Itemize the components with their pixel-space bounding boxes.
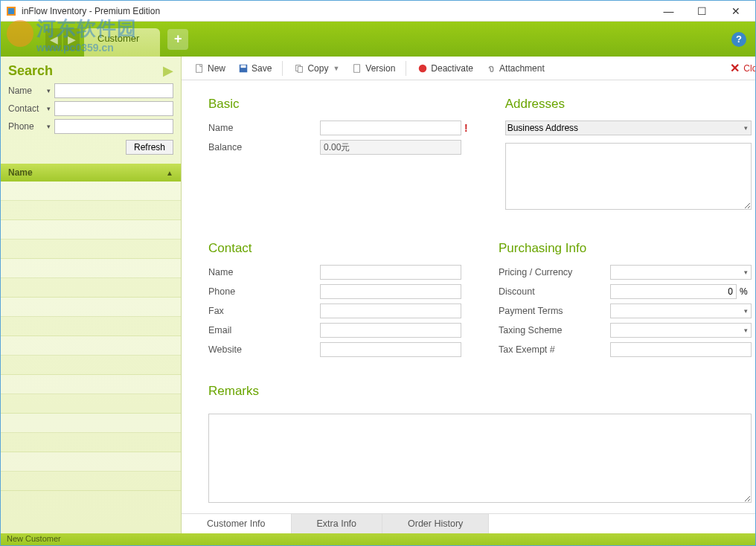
required-icon: !	[464, 122, 468, 134]
grid-header[interactable]: Name ▲	[1, 164, 181, 182]
search-phone-dd[interactable]: ▾	[47, 123, 54, 130]
paperclip-icon	[485, 62, 496, 74]
refresh-button[interactable]: Refresh	[126, 140, 173, 155]
save-button[interactable]: Save	[233, 60, 276, 76]
basic-name-label: Name	[208, 123, 320, 133]
list-item[interactable]	[1, 414, 181, 433]
chevron-down-icon: ▼	[333, 65, 339, 72]
list-item[interactable]	[1, 433, 181, 452]
exempt-label: Tax Exempt #	[499, 344, 610, 355]
tab-order-history[interactable]: Order History	[382, 514, 489, 533]
list-item[interactable]	[1, 298, 181, 317]
list-item[interactable]	[1, 317, 181, 336]
add-custom-fields-link[interactable]: Add Custom Fields	[676, 513, 752, 513]
search-name-dd[interactable]: ▾	[47, 87, 54, 94]
contact-email-label: Email	[208, 325, 320, 335]
version-button[interactable]: Version	[347, 60, 400, 76]
search-phone-label: Phone	[8, 121, 47, 132]
copy-icon	[293, 62, 304, 74]
svg-rect-7	[353, 64, 359, 72]
list-item[interactable]	[1, 220, 181, 240]
contact-website-label: Website	[208, 344, 320, 355]
address-textarea[interactable]	[505, 143, 752, 210]
window-title: inFlow Inventory - Premium Edition	[22, 6, 652, 16]
nav-forward-button[interactable]: ▶	[63, 28, 80, 51]
minimize-button[interactable]: —	[652, 1, 685, 22]
basic-balance-value: 0.00元	[320, 140, 461, 155]
grid-body[interactable]	[1, 182, 181, 533]
section-basic: Basic	[208, 97, 468, 112]
close-window-button[interactable]: ✕	[719, 1, 752, 22]
list-item[interactable]	[1, 278, 181, 298]
contact-phone-input[interactable]	[320, 284, 461, 299]
svg-point-8	[419, 64, 427, 72]
list-item[interactable]	[1, 240, 181, 259]
sidebar: Search ▶ Name ▾ Contact ▾ Phone ▾ Refres…	[1, 57, 182, 533]
contact-name-input[interactable]	[320, 265, 461, 280]
remarks-textarea[interactable]	[208, 414, 752, 503]
contact-fax-input[interactable]	[320, 303, 461, 318]
version-icon	[351, 62, 362, 74]
list-item[interactable]	[1, 452, 181, 472]
search-name-input[interactable]	[54, 83, 173, 98]
main-area: Search ▶ Name ▾ Contact ▾ Phone ▾ Refres…	[1, 57, 755, 533]
close-button[interactable]: ✕ Close	[725, 60, 756, 76]
search-phone-input[interactable]	[54, 119, 173, 134]
list-item[interactable]	[1, 356, 181, 375]
app-icon	[5, 5, 17, 17]
contact-email-input[interactable]	[320, 323, 461, 338]
maximize-button[interactable]: ☐	[685, 1, 719, 22]
search-label: Search	[8, 63, 53, 79]
list-item[interactable]	[1, 201, 181, 220]
list-item[interactable]	[1, 182, 181, 201]
tab-customer-info[interactable]: Customer Info	[182, 514, 292, 533]
contact-name-label: Name	[208, 267, 320, 277]
discount-input[interactable]	[610, 284, 737, 299]
copy-button[interactable]: Copy ▼	[289, 60, 344, 76]
search-contact-input[interactable]	[54, 101, 173, 116]
deactivate-button[interactable]: Deactivate	[412, 60, 478, 76]
tab-extra-info[interactable]: Extra Info	[292, 514, 383, 533]
list-item[interactable]	[1, 394, 181, 414]
grid-header-name: Name	[8, 167, 33, 178]
svg-rect-1	[8, 8, 14, 14]
tabstrip: ◀ ▶ Customer + ?	[1, 22, 755, 57]
contact-website-input[interactable]	[320, 342, 461, 357]
tab-add-button[interactable]: +	[167, 29, 188, 50]
new-icon	[193, 62, 205, 74]
list-item[interactable]	[1, 472, 181, 491]
search-name-label: Name	[8, 86, 47, 96]
toolbar: New Save Copy ▼ Version Deactivate	[182, 57, 756, 80]
pricing-select[interactable]	[610, 265, 752, 280]
titlebar: inFlow Inventory - Premium Edition — ☐ ✕	[1, 1, 755, 22]
sort-icon: ▲	[166, 169, 173, 177]
taxing-select[interactable]	[610, 323, 752, 338]
list-item[interactable]	[1, 336, 181, 356]
section-remarks: Remarks	[208, 384, 752, 399]
status-text: New Customer	[7, 534, 61, 543]
svg-rect-4	[240, 65, 246, 68]
nav-back-button[interactable]: ◀	[45, 28, 62, 51]
section-addresses: Addresses	[505, 97, 752, 112]
basic-balance-label: Balance	[208, 142, 320, 152]
list-item[interactable]	[1, 375, 181, 394]
new-button[interactable]: New	[189, 60, 230, 76]
address-type-select[interactable]: Business Address	[505, 121, 752, 135]
search-contact-dd[interactable]: ▾	[47, 105, 54, 112]
deactivate-icon	[417, 62, 428, 74]
close-icon: ✕	[729, 62, 740, 74]
attachment-button[interactable]: Attachment	[481, 60, 549, 76]
contact-fax-label: Fax	[208, 306, 320, 316]
list-item[interactable]	[1, 259, 181, 278]
basic-name-input[interactable]	[320, 121, 461, 135]
contact-phone-label: Phone	[208, 286, 320, 297]
pricing-label: Pricing / Currency	[499, 267, 610, 277]
search-header: Search ▶	[1, 57, 181, 82]
svg-rect-2	[196, 64, 202, 72]
terms-select[interactable]	[610, 303, 752, 318]
exempt-input[interactable]	[610, 342, 752, 357]
search-collapse-icon[interactable]: ▶	[163, 62, 173, 79]
terms-label: Payment Terms	[499, 306, 610, 316]
tab-customer[interactable]: Customer	[84, 28, 160, 57]
help-button[interactable]: ?	[731, 32, 746, 47]
